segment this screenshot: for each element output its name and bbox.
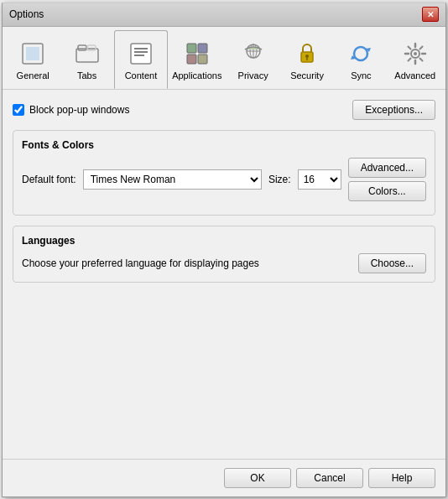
cancel-button[interactable]: Cancel: [296, 468, 363, 488]
svg-rect-11: [187, 55, 196, 64]
fonts-colors-title: Fonts & Colors: [22, 139, 426, 151]
languages-title: Languages: [22, 235, 426, 247]
svg-line-30: [419, 46, 422, 49]
default-font-label: Default font:: [22, 174, 76, 185]
block-popup-checkbox[interactable]: [13, 104, 24, 116]
size-label: Size:: [268, 174, 291, 185]
security-icon: [294, 40, 320, 67]
svg-line-31: [408, 58, 410, 60]
applications-icon: [184, 40, 211, 67]
content-icon: [128, 40, 154, 67]
footer: OK Cancel Help: [3, 459, 445, 496]
tab-advanced-label: Advanced: [394, 70, 435, 81]
tab-general[interactable]: General: [6, 30, 60, 89]
block-popup-row: Block pop-up windows Exceptions...: [13, 100, 435, 120]
svg-rect-9: [187, 44, 196, 53]
general-icon: [19, 40, 46, 67]
font-select[interactable]: Times New Roman: [83, 169, 262, 190]
sync-icon: [347, 40, 374, 67]
tab-security-label: Security: [290, 70, 324, 81]
options-window: Options ✕ General Tabs: [2, 3, 446, 497]
tabs-icon: [74, 40, 101, 67]
title-bar: Options ✕: [3, 3, 445, 27]
svg-rect-5: [131, 44, 151, 64]
advanced-colors-buttons: Advanced... Colors...: [348, 158, 426, 201]
language-description: Choose your preferred language for displ…: [22, 257, 352, 269]
colors-button[interactable]: Colors...: [348, 181, 426, 201]
block-popup-label[interactable]: Block pop-up windows: [13, 104, 129, 116]
block-popup-text: Block pop-up windows: [29, 104, 129, 116]
toolbar: General Tabs Content: [3, 27, 445, 90]
languages-section: Languages Choose your preferred language…: [13, 226, 435, 283]
tab-tabs-label: Tabs: [77, 70, 96, 81]
fonts-row: Default font: Times New Roman Size: 16 1…: [22, 158, 426, 201]
svg-line-29: [419, 58, 422, 60]
ok-button[interactable]: OK: [224, 468, 291, 488]
tab-applications-label: Applications: [172, 70, 221, 81]
title-bar-controls: ✕: [422, 7, 439, 22]
svg-rect-4: [87, 45, 96, 50]
tab-privacy[interactable]: Privacy: [226, 30, 279, 89]
privacy-icon: [240, 40, 267, 67]
window-title: Options: [9, 8, 44, 20]
fonts-colors-section: Fonts & Colors Default font: Times New R…: [13, 130, 435, 216]
svg-rect-3: [78, 45, 86, 50]
tab-content-label: Content: [125, 70, 158, 81]
advanced-button[interactable]: Advanced...: [348, 158, 426, 178]
tab-applications[interactable]: Applications: [168, 30, 226, 89]
tab-general-label: General: [17, 70, 49, 81]
exceptions-button[interactable]: Exceptions...: [352, 100, 435, 120]
size-select[interactable]: 16 12 14 18 20: [298, 169, 341, 190]
svg-rect-1: [26, 47, 39, 60]
choose-button[interactable]: Choose...: [358, 253, 426, 273]
svg-rect-12: [198, 55, 207, 64]
tab-sync[interactable]: Sync: [334, 30, 388, 89]
svg-point-23: [414, 52, 417, 55]
help-button[interactable]: Help: [368, 468, 435, 488]
tab-tabs[interactable]: Tabs: [60, 30, 113, 89]
close-button[interactable]: ✕: [422, 7, 439, 22]
svg-line-28: [408, 46, 410, 49]
tab-security[interactable]: Security: [280, 30, 334, 89]
tab-sync-label: Sync: [351, 70, 371, 81]
svg-point-18: [305, 55, 309, 58]
tab-advanced[interactable]: Advanced: [388, 30, 442, 89]
languages-row: Choose your preferred language for displ…: [22, 253, 426, 273]
advanced-icon: [402, 40, 429, 67]
tab-privacy-label: Privacy: [238, 70, 268, 81]
tab-content[interactable]: Content: [114, 30, 168, 89]
content-area: Block pop-up windows Exceptions... Fonts…: [3, 90, 445, 459]
svg-rect-10: [198, 44, 207, 53]
